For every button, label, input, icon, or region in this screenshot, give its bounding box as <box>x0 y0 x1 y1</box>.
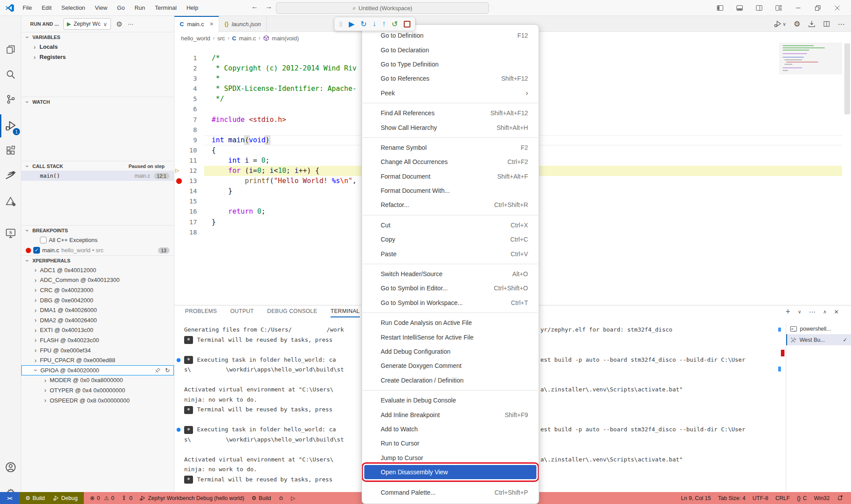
status-debug-button[interactable]: Debug <box>53 495 78 501</box>
customize-layout-icon[interactable] <box>775 4 783 12</box>
panel-more-icon[interactable]: ⋯ <box>809 308 816 316</box>
checkbox-checked[interactable]: ✓ <box>33 247 40 254</box>
menu-item-run-code-analysis-on-active-file[interactable]: Run Code Analysis on Active File <box>362 316 539 330</box>
close-tab-icon[interactable]: × <box>210 20 213 27</box>
back-icon[interactable]: ← <box>251 3 258 11</box>
menu-item-add-to-watch[interactable]: Add to Watch <box>362 422 539 436</box>
menu-edit[interactable]: Edit <box>38 3 55 13</box>
section-call-stack[interactable]: › CALL STACK Paused on step <box>21 161 174 171</box>
menu-run[interactable]: Run <box>130 3 149 13</box>
breakpoint-main-c[interactable]: ✓ main.c hello_world • src 13 <box>21 245 174 255</box>
menu-item-peek[interactable]: Peek› <box>362 86 539 100</box>
install-icon[interactable] <box>808 20 816 28</box>
close-panel-icon[interactable]: × <box>834 308 839 316</box>
peripheral-dbg[interactable]: ›DBG @ 0xe0042000 <box>21 295 174 305</box>
editor-scrollbar[interactable] <box>844 43 850 114</box>
platform[interactable]: Win32 <box>814 495 830 501</box>
debug-tools-icon[interactable] <box>0 191 21 212</box>
menu-item-rename-symbol[interactable]: Rename SymbolF2 <box>362 141 539 155</box>
editor-more-icon[interactable]: ⋯ <box>838 20 845 28</box>
extensions-icon[interactable] <box>0 140 21 161</box>
breakpoint-all-exceptions[interactable]: All C++ Exceptions <box>21 235 174 245</box>
tab-problems[interactable]: PROBLEMS <box>185 308 217 317</box>
ports-status[interactable]: 0 <box>121 495 132 501</box>
pin-icon[interactable] <box>155 367 161 373</box>
step-over-icon[interactable]: ↻ <box>360 20 366 29</box>
menu-item-evaluate-in-debug-console[interactable]: Evaluate in Debug Console <box>362 393 539 407</box>
menu-item-change-all-occurrences[interactable]: Change All OccurrencesCtrl+F2 <box>362 155 539 169</box>
menu-item-go-to-type-definition[interactable]: Go to Type Definition <box>362 57 539 71</box>
menu-item-go-to-declaration[interactable]: Go to Declaration <box>362 43 539 57</box>
peripheral-adc1[interactable]: ›ADC1 @ 0x40012000 <box>21 265 174 275</box>
menu-item-generate-doxygen-comment[interactable]: Generate Doxygen Comment <box>362 359 539 373</box>
menu-selection[interactable]: Selection <box>57 3 89 13</box>
run-icon[interactable]: ▷ <box>291 495 295 501</box>
cursor-position[interactable]: Ln 9, Col 15 <box>681 495 711 501</box>
status-build2-button[interactable]: ⚙ Build <box>252 495 271 501</box>
tab-terminal[interactable]: TERMINAL <box>331 308 360 317</box>
menu-go[interactable]: Go <box>113 3 129 13</box>
menu-item-command-palette[interactable]: Command Palette...Ctrl+Shift+P <box>362 485 539 499</box>
tab-output[interactable]: OUTPUT <box>230 308 254 317</box>
menu-view[interactable]: View <box>91 3 111 13</box>
peripheral-dma1[interactable]: ›DMA1 @ 0x40026000 <box>21 305 174 315</box>
toggle-secondary-sidebar-icon[interactable] <box>755 4 763 12</box>
peripheral-fpu[interactable]: ›FPU @ 0xe000ef34 <box>21 345 174 356</box>
terminal-dropdown-icon[interactable]: ∨ <box>798 309 801 315</box>
menu-item-go-to-symbol-in-workspace[interactable]: Go to Symbol in Workspace...Ctrl+T <box>362 296 539 310</box>
terminal-item-west-build[interactable]: West Bu... ✓ <box>786 334 851 345</box>
menu-item-copy[interactable]: CopyCtrl+C <box>362 232 539 246</box>
menu-item-switch-header-source[interactable]: Switch Header/SourceAlt+O <box>362 267 539 281</box>
debug-session-status[interactable]: Zephyr Workbench Debug (hello world) <box>139 495 244 501</box>
eol[interactable]: CRLF <box>776 495 790 501</box>
tab-launch-json[interactable]: {} launch.json <box>219 16 267 32</box>
menu-file[interactable]: File <box>19 3 36 13</box>
section-breakpoints[interactable]: › BREAKPOINTS <box>21 225 174 235</box>
command-center-search[interactable]: ⌕ Untitled (Workspace) <box>276 2 489 14</box>
notifications-bell-icon[interactable] <box>837 495 843 501</box>
terminal-item-powershell[interactable]: >_ powershell... <box>786 323 851 334</box>
restore-icon[interactable] <box>814 4 822 12</box>
menu-item-format-document[interactable]: Format DocumentShift+Alt+F <box>362 169 539 184</box>
peripheral-ospeedr[interactable]: ›OSPEEDR @ 0x8 0x00000000 <box>21 395 174 406</box>
breadcrumb-folder[interactable]: hello_world <box>181 35 210 42</box>
explorer-icon[interactable] <box>0 39 21 60</box>
callstack-frame-main[interactable]: main() main.c 12:1 <box>21 171 174 181</box>
minimap[interactable] <box>779 43 842 74</box>
menu-item-format-document-with[interactable]: Format Document With... <box>362 184 539 198</box>
bug-icon[interactable] <box>278 495 284 501</box>
toggle-panel-icon[interactable] <box>736 4 744 12</box>
menu-help[interactable]: Help <box>182 3 202 13</box>
step-into-icon[interactable]: ↓ <box>372 20 376 28</box>
menu-item-add-debug-configuration[interactable]: Add Debug Configuration <box>362 344 539 359</box>
breadcrumb-src[interactable]: src <box>217 35 225 42</box>
restart-icon[interactable]: ↺ <box>391 20 398 29</box>
continue-icon[interactable]: ▶ <box>349 20 355 29</box>
new-terminal-icon[interactable]: + <box>785 307 790 316</box>
start-debug-icon[interactable]: ▶ <box>67 21 71 27</box>
menu-item-paste[interactable]: PasteCtrl+V <box>362 246 539 261</box>
menu-item-find-all-references[interactable]: Find All ReferencesShift+Alt+F12 <box>362 106 539 120</box>
encoding[interactable]: UTF-8 <box>753 495 768 501</box>
peripheral-gpioa[interactable]: ›GPIOA @ 0x40020000↻ <box>21 365 174 375</box>
tab-main-c[interactable]: C main.c × <box>174 16 219 32</box>
remote-indicator[interactable]: >< <box>0 492 19 504</box>
run-or-debug-icon[interactable]: ∨ <box>774 20 786 28</box>
minimize-icon[interactable] <box>794 4 802 12</box>
menu-item-add-inline-breakpoint[interactable]: Add Inline BreakpointShift+F9 <box>362 407 539 422</box>
forward-icon[interactable]: → <box>265 3 272 11</box>
drag-handle-icon[interactable]: ⣿ <box>339 21 343 27</box>
section-xperipherals[interactable]: › XPERIPHERALS <box>21 255 174 265</box>
peripheral-otyper[interactable]: ›OTYPER @ 0x4 0x00000000 <box>21 385 174 395</box>
menu-item-go-to-symbol-in-editor[interactable]: Go to Symbol in Editor...Ctrl+Shift+O <box>362 281 539 295</box>
search-view-icon[interactable] <box>0 64 21 85</box>
close-window-icon[interactable] <box>833 4 841 12</box>
peripheral-adc-common[interactable]: ›ADC_Common @ 0x40012300 <box>21 275 174 285</box>
peripheral-flash[interactable]: ›FLASH @ 0x40023c00 <box>21 335 174 345</box>
problems-status[interactable]: ⊗0 ⚠0 <box>90 495 114 501</box>
step-out-icon[interactable]: ↑ <box>382 20 386 28</box>
peripheral-dma2[interactable]: ›DMA2 @ 0x40026400 <box>21 315 174 325</box>
peripheral-moder[interactable]: ›MODER @ 0x0 0xa8000000 <box>21 375 174 386</box>
split-editor-icon[interactable] <box>823 20 830 27</box>
variables-locals[interactable]: › Locals <box>21 42 174 52</box>
